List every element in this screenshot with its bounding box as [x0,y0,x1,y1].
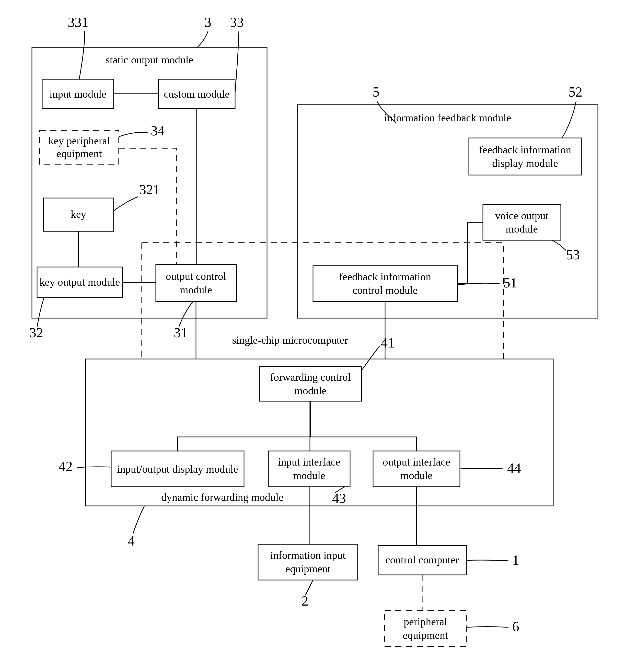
dynamic-forwarding-label: dynamic forwarding module [161,491,284,503]
ref-53: 53 [566,247,580,262]
information-input-equipment-label-2: equipment [285,563,331,575]
input-interface-label-2: module [293,470,325,482]
io-display-label: input/output display module [117,463,238,475]
voice-output-module-label-1: voice output [495,210,549,221]
output-interface-label-1: output interface [383,456,451,468]
ref-2: 2 [302,593,308,609]
key-label: key [71,208,86,220]
peripheral-equipment-label-1: peripheral [404,616,447,628]
ref-51: 51 [503,275,517,291]
ref-33: 33 [230,15,244,30]
ref-331: 331 [68,15,88,30]
output-control-module-box [156,265,236,302]
ref-1: 1 [512,552,519,568]
information-input-equipment-label-1: information input [270,549,345,561]
feedback-info-control-label-2: control module [352,285,418,296]
ref-321: 321 [139,182,160,197]
single-chip-label: single-chip microcomputer [232,334,348,346]
output-control-module-label-2: module [180,284,212,296]
ref-44: 44 [507,460,521,476]
key-peripheral-equipment-label-1: key peripheral [48,135,110,147]
ref-31: 31 [174,325,187,340]
input-module-label: input module [50,88,107,100]
ref-41: 41 [381,335,395,350]
feedback-info-display-box [469,138,581,175]
control-computer-label: control computer [385,554,459,566]
ref-6: 6 [512,619,519,634]
peripheral-equipment-label-2: equipment [403,629,448,641]
ref-43: 43 [332,491,346,506]
feedback-info-display-label-1: feedback information [479,144,571,156]
ref-42: 42 [59,459,73,474]
ref-3: 3 [204,15,211,30]
information-feedback-module-label: information feedback module [384,112,511,124]
voice-output-module-label-2: module [506,223,538,235]
input-interface-label-1: input interface [278,456,340,468]
feedback-info-display-label-2: display module [492,158,558,169]
ref-5: 5 [372,84,379,99]
ref-52: 52 [568,84,582,99]
ref-32: 32 [30,325,43,340]
static-output-module-label: static output module [106,54,194,66]
key-peripheral-equipment-label-2: equipment [56,148,102,160]
output-control-module-label-1: output control [166,270,226,282]
feedback-info-control-label-1: feedback information [339,271,431,283]
forwarding-control-label-1: forwarding control [270,371,351,383]
ref-4: 4 [128,533,135,549]
output-interface-label-2: module [400,470,433,482]
key-output-module-label: key output module [40,276,120,288]
custom-module-label: custom module [164,88,230,100]
forwarding-control-label-2: module [294,385,327,397]
block-diagram: static output module input module custom… [0,0,637,672]
ref-34: 34 [151,123,165,139]
